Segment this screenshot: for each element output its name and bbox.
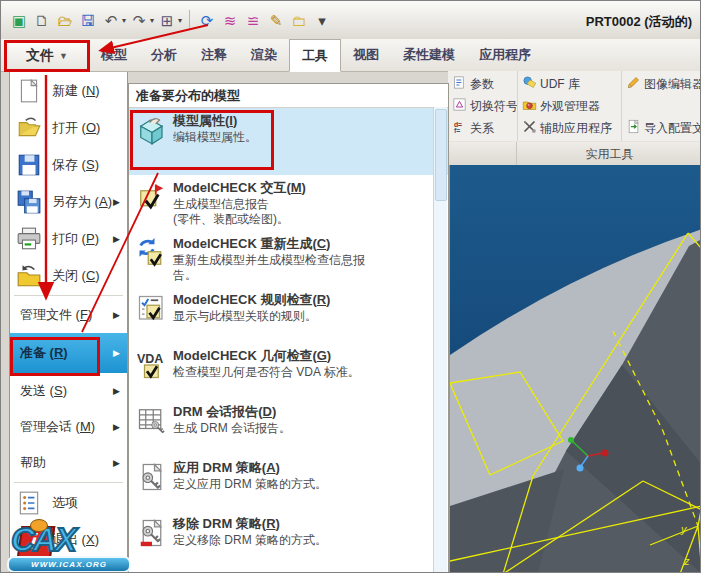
ribbon-relations[interactable]: d=f=关系 (452, 118, 517, 138)
chevron-down-icon: ▼ (59, 51, 68, 61)
submenu-arrow-icon: ▶ (113, 458, 120, 468)
udf-library-icon (522, 75, 537, 93)
page-key-minus-icon (137, 515, 173, 567)
prepare-item-remove-drm[interactable]: 移除 DRM 策略(R)定义移除 DRM 策略的方式。 (129, 511, 448, 567)
icax-watermark: i CAX WWW.ICAX.ORG (3, 519, 135, 573)
image-editor-icon (626, 75, 641, 93)
ribbon-button-label: 外观管理器 (540, 98, 600, 115)
prepare-item-apply-drm[interactable]: 应用 DRM 策略(A)定义应用 DRM 策略的方式。 (129, 455, 448, 511)
ribbon-group-label: 实用工具 (517, 142, 701, 166)
tab-view[interactable]: 视图 (341, 39, 391, 70)
submenu-item-title: ModelCHECK 交互(M) (173, 179, 434, 197)
undo-icon[interactable]: ↶ (101, 9, 121, 31)
submenu-item-title: 移除 DRM 策略(R) (173, 515, 434, 533)
prepare-item-modelcheck-rules[interactable]: ModelCHECK 规则检查(R)显示与此模型关联的规则。 (129, 287, 448, 343)
tab-analysis[interactable]: 分析 (139, 39, 189, 70)
window-display-icon-dropdown[interactable]: ▾ (178, 16, 182, 25)
ribbon-udf-library[interactable]: UDF 库 (522, 74, 621, 94)
submenu-arrow-icon: ▶ (113, 197, 120, 207)
tag-pencil-icon[interactable]: ✎ (266, 9, 286, 31)
save-as-icon (16, 188, 46, 216)
redo-icon-dropdown[interactable]: ▾ (150, 16, 154, 25)
menu-item-close[interactable]: 关闭 (C) (10, 257, 127, 294)
window-display-icon[interactable]: ⊞ (157, 9, 177, 31)
printer-icon (16, 225, 46, 253)
submenu-item-description: 重新生成模型并生成模型检查信息报 告。 (173, 253, 434, 283)
menu-item-help[interactable]: 帮助▶ (10, 445, 127, 481)
app-icon[interactable]: ▣ (9, 9, 29, 31)
import-config-icon (626, 119, 641, 137)
new-page-icon (16, 77, 46, 105)
menu-item-send[interactable]: 发送 (S)▶ (10, 373, 127, 409)
prepare-item-drm-session-report[interactable]: DRM 会话报告(D)生成 DRM 会话报告。 (129, 399, 448, 455)
file-menu-button[interactable]: 文件 ▼ (7, 42, 87, 69)
open-folder-icon (16, 114, 46, 142)
ribbon-appearance-manager[interactable]: 外观管理器 (522, 96, 621, 116)
folder-icon[interactable]: 🗀 (289, 9, 309, 31)
drm-report-icon (137, 403, 173, 455)
ribbon-group-bar: 实用工具 (448, 141, 701, 166)
ribbon-button-label: 辅助应用程序 (540, 120, 612, 137)
tab-tools[interactable]: 工具 (289, 39, 341, 72)
submenu-item-title: 应用 DRM 策略(A) (173, 459, 434, 477)
menu-item-print[interactable]: 打印 (P)▶ (10, 220, 127, 257)
menu-item-label: 发送 (S) (20, 382, 67, 400)
tab-flexible-modeling[interactable]: 柔性建模 (391, 39, 467, 70)
submenu-item-title: ModelCHECK 规则检查(R) (173, 291, 434, 309)
ribbon-parameters[interactable]: 参数 (452, 74, 517, 94)
style-curves-off-icon[interactable]: ≌ (243, 9, 263, 31)
ribbon-auxiliary-apps[interactable]: 辅助应用程序 (522, 118, 621, 138)
menu-item-open[interactable]: 打开 (O) (10, 109, 127, 146)
regenerate-icon[interactable]: ⟳ (197, 9, 217, 31)
save-floppy-icon (16, 151, 46, 179)
redo-icon[interactable]: ↷ (129, 9, 149, 31)
submenu-item-title: DRM 会话报告(D) (173, 403, 434, 421)
3d-viewport[interactable]: y z (448, 165, 701, 573)
axis-label-z: z (683, 555, 690, 567)
menu-item-save[interactable]: 保存 (S) (10, 146, 127, 183)
ribbon-switch-symbols[interactable]: 切换符号 (452, 96, 517, 116)
menu-item-label: 另存为 (A) (52, 193, 112, 211)
quick-access-toolbar: ▣🗋🗁🖫↶▾↷▾⊞▾⟳≋≌✎🗀▾ PRT0002 (活动的) (1, 1, 701, 39)
submenu-arrow-icon: ▶ (113, 310, 120, 320)
menu-item-manage-session[interactable]: 管理会话 (M)▶ (10, 409, 127, 445)
menu-item-prepare[interactable]: 准备 (R)▶ (10, 333, 127, 373)
save-icon[interactable]: 🖫 (78, 9, 98, 31)
prepare-item-modelcheck-regenerate[interactable]: ModelCHECK 重新生成(C)重新生成模型并生成模型检查信息报 告。 (129, 231, 448, 287)
tab-render[interactable]: 渲染 (239, 39, 289, 70)
prepare-submenu-panel: 准备要分布的模型 模型属性(I)编辑模型属性。ModelCHECK 交互(M)生… (128, 83, 449, 573)
submenu-item-description: 显示与此模型关联的规则。 (173, 309, 434, 324)
prepare-item-modelcheck-interactive[interactable]: ModelCHECK 交互(M)生成模型信息报告 (零件、装配或绘图)。 (129, 175, 448, 231)
prepare-item-vda-modelcheck[interactable]: VDAModelCHECK 几何检查(G)检查模型几何是否符合 VDA 标准。 (129, 343, 448, 399)
tab-annotate[interactable]: 注释 (189, 39, 239, 70)
submenu-item-description: 定义移除 DRM 策略的方式。 (173, 533, 434, 548)
more-dropdown-icon[interactable]: ▾ (312, 9, 332, 31)
modelcheck-rules-icon (137, 291, 173, 343)
ribbon-import-config[interactable]: 导入配置文 (626, 118, 701, 138)
submenu-arrow-icon: ▶ (113, 422, 120, 432)
menu-item-manage-file[interactable]: 管理文件 (F)▶ (10, 297, 127, 333)
submenu-arrow-icon: ▶ (113, 386, 120, 396)
prepare-item-model-properties[interactable]: 模型属性(I)编辑模型属性。 (129, 108, 448, 175)
submenu-scrollbar-thumb[interactable] (435, 109, 447, 201)
watermark-dot (30, 519, 48, 532)
submenu-item-description: 生成 DRM 会话报告。 (173, 421, 434, 436)
undo-icon-dropdown[interactable]: ▾ (122, 16, 126, 25)
submenu-item-title: 模型属性(I) (173, 112, 434, 130)
tab-applications[interactable]: 应用程序 (467, 39, 543, 70)
style-curves-icon[interactable]: ≋ (220, 9, 240, 31)
toolbar-separator (189, 10, 190, 30)
menu-item-options[interactable]: 选项 (10, 484, 127, 521)
menu-item-save-as[interactable]: 另存为 (A)▶ (10, 183, 127, 220)
open-file-icon[interactable]: 🗁 (55, 9, 75, 31)
tab-model[interactable]: 模型 (89, 39, 139, 70)
menu-item-label: 保存 (S) (52, 156, 99, 174)
menu-item-label: 选项 (52, 494, 78, 512)
new-file-icon[interactable]: 🗋 (32, 9, 52, 31)
close-folder-icon (16, 262, 46, 290)
ribbon-column: UDF 库外观管理器辅助应用程序 (517, 71, 621, 141)
menu-item-new[interactable]: 新建 (N) (10, 72, 127, 109)
submenu-scrollbar[interactable] (433, 107, 447, 572)
file-menu-panel: 新建 (N)打开 (O)保存 (S)另存为 (A)▶打印 (P)▶关闭 (C)管… (9, 72, 128, 573)
ribbon-image-editor[interactable]: 图像编辑器 (626, 74, 701, 94)
